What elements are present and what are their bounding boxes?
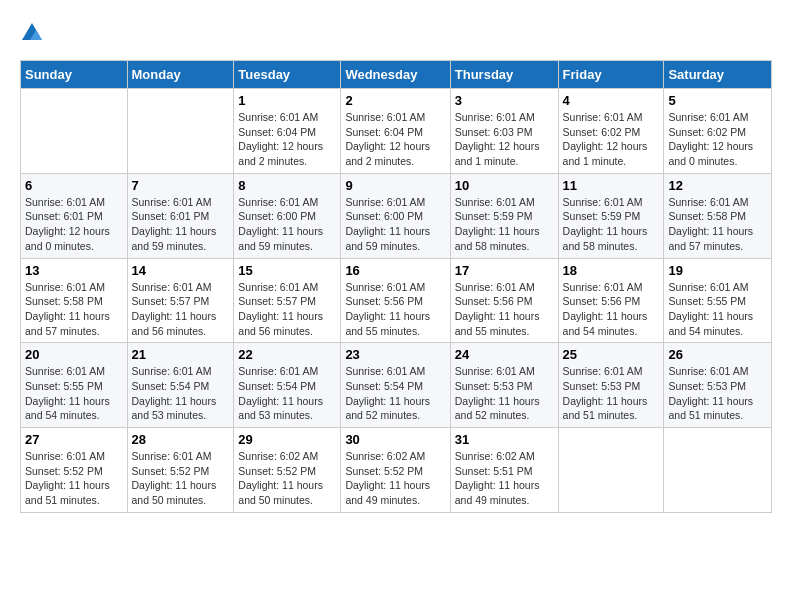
day-number: 18 xyxy=(563,263,660,278)
day-number: 26 xyxy=(668,347,767,362)
calendar-cell: 8Sunrise: 6:01 AM Sunset: 6:00 PM Daylig… xyxy=(234,173,341,258)
day-header: Friday xyxy=(558,61,664,89)
day-info: Sunrise: 6:02 AM Sunset: 5:51 PM Dayligh… xyxy=(455,449,554,508)
calendar-week-row: 1Sunrise: 6:01 AM Sunset: 6:04 PM Daylig… xyxy=(21,89,772,174)
day-number: 14 xyxy=(132,263,230,278)
day-info: Sunrise: 6:01 AM Sunset: 6:01 PM Dayligh… xyxy=(25,195,123,254)
calendar-cell: 30Sunrise: 6:02 AM Sunset: 5:52 PM Dayli… xyxy=(341,428,450,513)
day-number: 30 xyxy=(345,432,445,447)
day-number: 15 xyxy=(238,263,336,278)
day-info: Sunrise: 6:01 AM Sunset: 6:00 PM Dayligh… xyxy=(345,195,445,254)
day-number: 12 xyxy=(668,178,767,193)
day-header: Wednesday xyxy=(341,61,450,89)
day-number: 6 xyxy=(25,178,123,193)
calendar-cell: 27Sunrise: 6:01 AM Sunset: 5:52 PM Dayli… xyxy=(21,428,128,513)
calendar-cell: 21Sunrise: 6:01 AM Sunset: 5:54 PM Dayli… xyxy=(127,343,234,428)
calendar-cell: 25Sunrise: 6:01 AM Sunset: 5:53 PM Dayli… xyxy=(558,343,664,428)
day-header: Monday xyxy=(127,61,234,89)
calendar-cell: 5Sunrise: 6:01 AM Sunset: 6:02 PM Daylig… xyxy=(664,89,772,174)
day-number: 31 xyxy=(455,432,554,447)
day-info: Sunrise: 6:01 AM Sunset: 5:56 PM Dayligh… xyxy=(455,280,554,339)
calendar-cell: 4Sunrise: 6:01 AM Sunset: 6:02 PM Daylig… xyxy=(558,89,664,174)
day-number: 29 xyxy=(238,432,336,447)
day-info: Sunrise: 6:01 AM Sunset: 6:01 PM Dayligh… xyxy=(132,195,230,254)
calendar-cell: 19Sunrise: 6:01 AM Sunset: 5:55 PM Dayli… xyxy=(664,258,772,343)
day-info: Sunrise: 6:01 AM Sunset: 6:03 PM Dayligh… xyxy=(455,110,554,169)
day-info: Sunrise: 6:02 AM Sunset: 5:52 PM Dayligh… xyxy=(238,449,336,508)
day-number: 17 xyxy=(455,263,554,278)
calendar-table: SundayMondayTuesdayWednesdayThursdayFrid… xyxy=(20,60,772,513)
day-info: Sunrise: 6:01 AM Sunset: 6:00 PM Dayligh… xyxy=(238,195,336,254)
calendar-cell: 12Sunrise: 6:01 AM Sunset: 5:58 PM Dayli… xyxy=(664,173,772,258)
day-number: 1 xyxy=(238,93,336,108)
calendar-cell: 7Sunrise: 6:01 AM Sunset: 6:01 PM Daylig… xyxy=(127,173,234,258)
day-number: 8 xyxy=(238,178,336,193)
day-number: 2 xyxy=(345,93,445,108)
day-header: Thursday xyxy=(450,61,558,89)
day-info: Sunrise: 6:01 AM Sunset: 6:02 PM Dayligh… xyxy=(668,110,767,169)
calendar-cell: 24Sunrise: 6:01 AM Sunset: 5:53 PM Dayli… xyxy=(450,343,558,428)
calendar-header-row: SundayMondayTuesdayWednesdayThursdayFrid… xyxy=(21,61,772,89)
day-header: Tuesday xyxy=(234,61,341,89)
logo xyxy=(20,20,48,44)
calendar-cell xyxy=(21,89,128,174)
day-header: Sunday xyxy=(21,61,128,89)
day-number: 3 xyxy=(455,93,554,108)
day-info: Sunrise: 6:01 AM Sunset: 5:58 PM Dayligh… xyxy=(25,280,123,339)
calendar-week-row: 20Sunrise: 6:01 AM Sunset: 5:55 PM Dayli… xyxy=(21,343,772,428)
day-number: 16 xyxy=(345,263,445,278)
calendar-cell: 26Sunrise: 6:01 AM Sunset: 5:53 PM Dayli… xyxy=(664,343,772,428)
day-info: Sunrise: 6:01 AM Sunset: 5:55 PM Dayligh… xyxy=(668,280,767,339)
day-info: Sunrise: 6:01 AM Sunset: 5:57 PM Dayligh… xyxy=(132,280,230,339)
day-number: 24 xyxy=(455,347,554,362)
day-info: Sunrise: 6:01 AM Sunset: 5:54 PM Dayligh… xyxy=(238,364,336,423)
calendar-cell: 18Sunrise: 6:01 AM Sunset: 5:56 PM Dayli… xyxy=(558,258,664,343)
day-info: Sunrise: 6:01 AM Sunset: 5:57 PM Dayligh… xyxy=(238,280,336,339)
day-number: 25 xyxy=(563,347,660,362)
calendar-cell: 29Sunrise: 6:02 AM Sunset: 5:52 PM Dayli… xyxy=(234,428,341,513)
day-number: 19 xyxy=(668,263,767,278)
day-info: Sunrise: 6:01 AM Sunset: 5:52 PM Dayligh… xyxy=(25,449,123,508)
calendar-cell: 23Sunrise: 6:01 AM Sunset: 5:54 PM Dayli… xyxy=(341,343,450,428)
day-number: 7 xyxy=(132,178,230,193)
calendar-cell: 2Sunrise: 6:01 AM Sunset: 6:04 PM Daylig… xyxy=(341,89,450,174)
day-info: Sunrise: 6:01 AM Sunset: 5:53 PM Dayligh… xyxy=(668,364,767,423)
day-number: 5 xyxy=(668,93,767,108)
calendar-week-row: 6Sunrise: 6:01 AM Sunset: 6:01 PM Daylig… xyxy=(21,173,772,258)
day-info: Sunrise: 6:01 AM Sunset: 6:04 PM Dayligh… xyxy=(238,110,336,169)
calendar-cell: 1Sunrise: 6:01 AM Sunset: 6:04 PM Daylig… xyxy=(234,89,341,174)
day-info: Sunrise: 6:01 AM Sunset: 5:54 PM Dayligh… xyxy=(345,364,445,423)
day-info: Sunrise: 6:01 AM Sunset: 5:53 PM Dayligh… xyxy=(455,364,554,423)
logo-icon xyxy=(20,20,44,44)
day-info: Sunrise: 6:01 AM Sunset: 5:59 PM Dayligh… xyxy=(455,195,554,254)
calendar-cell: 20Sunrise: 6:01 AM Sunset: 5:55 PM Dayli… xyxy=(21,343,128,428)
calendar-cell: 22Sunrise: 6:01 AM Sunset: 5:54 PM Dayli… xyxy=(234,343,341,428)
day-number: 13 xyxy=(25,263,123,278)
day-info: Sunrise: 6:01 AM Sunset: 5:55 PM Dayligh… xyxy=(25,364,123,423)
day-number: 21 xyxy=(132,347,230,362)
day-header: Saturday xyxy=(664,61,772,89)
day-number: 27 xyxy=(25,432,123,447)
day-number: 22 xyxy=(238,347,336,362)
calendar-cell: 3Sunrise: 6:01 AM Sunset: 6:03 PM Daylig… xyxy=(450,89,558,174)
page-header xyxy=(20,20,772,44)
calendar-cell: 10Sunrise: 6:01 AM Sunset: 5:59 PM Dayli… xyxy=(450,173,558,258)
calendar-cell: 6Sunrise: 6:01 AM Sunset: 6:01 PM Daylig… xyxy=(21,173,128,258)
calendar-cell: 17Sunrise: 6:01 AM Sunset: 5:56 PM Dayli… xyxy=(450,258,558,343)
day-info: Sunrise: 6:01 AM Sunset: 5:53 PM Dayligh… xyxy=(563,364,660,423)
day-number: 28 xyxy=(132,432,230,447)
calendar-cell xyxy=(558,428,664,513)
calendar-cell: 28Sunrise: 6:01 AM Sunset: 5:52 PM Dayli… xyxy=(127,428,234,513)
day-number: 4 xyxy=(563,93,660,108)
calendar-cell xyxy=(127,89,234,174)
day-info: Sunrise: 6:01 AM Sunset: 6:02 PM Dayligh… xyxy=(563,110,660,169)
day-number: 10 xyxy=(455,178,554,193)
calendar-cell: 15Sunrise: 6:01 AM Sunset: 5:57 PM Dayli… xyxy=(234,258,341,343)
calendar-week-row: 13Sunrise: 6:01 AM Sunset: 5:58 PM Dayli… xyxy=(21,258,772,343)
day-info: Sunrise: 6:01 AM Sunset: 5:56 PM Dayligh… xyxy=(563,280,660,339)
calendar-cell: 14Sunrise: 6:01 AM Sunset: 5:57 PM Dayli… xyxy=(127,258,234,343)
day-number: 20 xyxy=(25,347,123,362)
calendar-cell xyxy=(664,428,772,513)
calendar-cell: 9Sunrise: 6:01 AM Sunset: 6:00 PM Daylig… xyxy=(341,173,450,258)
day-info: Sunrise: 6:01 AM Sunset: 5:54 PM Dayligh… xyxy=(132,364,230,423)
